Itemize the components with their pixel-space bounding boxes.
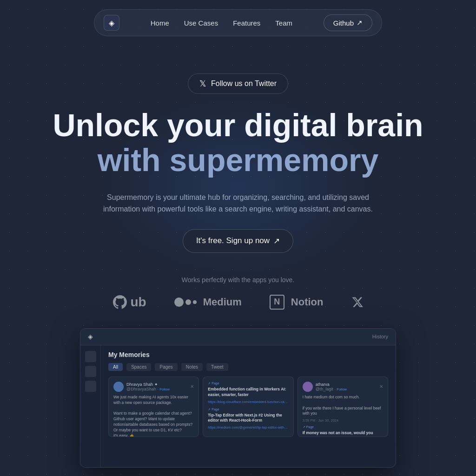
card3-header: atharva @th_lagit · Follow ✕ (303, 382, 383, 392)
apps-label: Works perfectly with the apps you love. (182, 276, 295, 284)
preview-tab-spaces[interactable]: Spaces (126, 363, 151, 371)
notion-text: Notion (291, 296, 324, 308)
medium-dot-small (193, 300, 197, 304)
page-wrapper: ◈ Home Use Cases Features Team Github ↗ … (0, 0, 476, 468)
card3-follow[interactable]: Follow (337, 387, 347, 391)
card3-timestamp: 3:59 PM · Jun 30, 2024 (303, 418, 383, 423)
github-label: Github (333, 19, 354, 27)
preview-card-3: atharva @th_lagit · Follow ✕ I hate medi… (298, 377, 388, 437)
card2-url2: https://medium.com/@gvmerlet/tip-tap-edi… (208, 425, 288, 430)
card1-follow[interactable]: Follow (159, 387, 170, 391)
hero-subtitle: Supermemory is your ultimate hub for org… (103, 192, 373, 215)
preview-tab-pages[interactable]: Pages (155, 363, 177, 371)
external-link-icon: ↗ (357, 19, 363, 27)
hero-title-line1: Unlock your digital brain (53, 108, 423, 143)
card1-meta: Dhravya Shah ✦ @DhravyaShah · Follow (126, 382, 187, 391)
github-text: ub (131, 295, 146, 310)
preview-logo-icon: ◈ (88, 333, 93, 340)
twitter-follow-button[interactable]: 𝕏 Follow us on Twitter (188, 73, 288, 94)
preview-header: ◈ History (80, 329, 396, 345)
preview-tab-all[interactable]: All (108, 363, 123, 371)
preview-sidebar (80, 345, 101, 467)
nav-logo: ◈ (104, 15, 119, 31)
card3-avatar (303, 382, 313, 392)
sidebar-icon-2 (85, 366, 96, 377)
github-button[interactable]: Github ↗ (324, 14, 372, 31)
card1-close-icon[interactable]: ✕ (190, 384, 194, 389)
nav-features[interactable]: Features (233, 19, 260, 27)
preview-history-label: History (372, 334, 388, 339)
card3-tag: ↗ Page (303, 425, 383, 429)
notion-logo: N Notion (270, 295, 324, 310)
card1-avatar (113, 382, 124, 392)
card3-name: atharva (316, 382, 377, 387)
twitter-app-logo (351, 296, 364, 308)
cta-label: It's free. Sign up now (196, 236, 270, 245)
app-preview: ◈ History My Memories All Spaces Pages N… (80, 328, 396, 468)
navbar: ◈ Home Use Cases Features Team Github ↗ (94, 9, 382, 36)
preview-content: My Memories All Spaces Pages Notes Tweet (80, 345, 396, 467)
sidebar-icon-3 (85, 381, 96, 392)
hero-title: Unlock your digital brain with supermemo… (53, 108, 423, 178)
cta-icon: ↗ (273, 236, 280, 246)
nav-use-cases[interactable]: Use Cases (184, 19, 218, 27)
card3-text: I hate medium dot com so much.if you wri… (303, 395, 383, 417)
hero-title-line2: with supermemory (53, 143, 423, 178)
medium-logo: Medium (174, 296, 242, 308)
app-logos-row: ub Medium N Notion (0, 295, 476, 310)
preview-tab-tweet[interactable]: Tweet (206, 363, 228, 371)
card3-title3: If money was not an issue, would you mov… (303, 430, 383, 436)
nav-home[interactable]: Home (151, 19, 169, 27)
medium-dot-mid (185, 299, 191, 305)
card2-title2: Tip-Tap Editor with Next.js #2 Using the… (208, 413, 288, 424)
medium-dots (174, 298, 197, 307)
card2-title1: Embedded function calling in Workers AI:… (208, 387, 288, 398)
preview-main: My Memories All Spaces Pages Notes Tweet (101, 345, 396, 467)
card1-header: Dhravya Shah ✦ @DhravyaShah · Follow ✕ (113, 382, 194, 392)
preview-title: My Memories (108, 351, 388, 358)
card3-close-icon[interactable]: ✕ (379, 384, 383, 389)
card3-handle: @th_lagit · Follow (316, 387, 377, 391)
card1-text: We just made making AI agents 10x easier… (113, 395, 194, 437)
twitter-follow-label: Follow us on Twitter (211, 79, 277, 88)
card2-tag2: ↗ Page (208, 408, 288, 411)
medium-text: Medium (203, 296, 242, 308)
twitter-icon: 𝕏 (199, 79, 206, 89)
card2-url1: https://blog.cloudflare.com/embedded-fun… (208, 400, 288, 404)
card3-meta: atharva @th_lagit · Follow (316, 382, 377, 391)
nav-team[interactable]: Team (275, 19, 292, 27)
card1-handle: @DhravyaShah · Follow (126, 387, 187, 391)
preview-tabs: All Spaces Pages Notes Tweet (108, 363, 388, 371)
preview-tab-notes[interactable]: Notes (181, 363, 203, 371)
card1-name: Dhravya Shah ✦ (126, 382, 187, 387)
preview-cards: Dhravya Shah ✦ @DhravyaShah · Follow ✕ W… (108, 377, 388, 437)
medium-dot-big (174, 298, 184, 307)
card2-tag1: ↗ Page (208, 382, 288, 385)
preview-card-2: ↗ Page Embedded function calling in Work… (203, 377, 293, 437)
nav-links: Home Use Cases Features Team (151, 19, 292, 27)
preview-card-1: Dhravya Shah ✦ @DhravyaShah · Follow ✕ W… (108, 377, 199, 437)
github-logo: ub (113, 295, 146, 310)
sidebar-icon-1 (85, 351, 96, 362)
logo-icon: ◈ (109, 19, 114, 27)
notion-n-icon: N (270, 295, 284, 310)
signup-button[interactable]: It's free. Sign up now ↗ (183, 229, 293, 253)
